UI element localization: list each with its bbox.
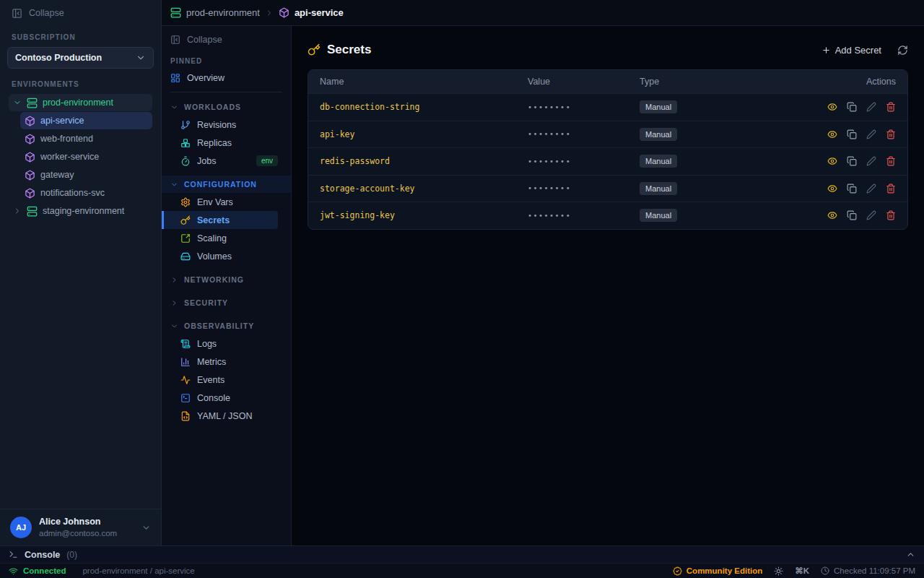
reveal-secret-button[interactable] bbox=[827, 210, 837, 220]
add-secret-label: Add Secret bbox=[835, 45, 881, 56]
chevron-up-icon[interactable] bbox=[906, 550, 915, 559]
nav-items: PINNEDOverviewWORKLOADSRevisionsReplicas… bbox=[162, 51, 291, 425]
terminal-prompt-icon bbox=[9, 550, 18, 559]
secret-type-badge: Manual bbox=[640, 128, 677, 141]
delete-secret-button[interactable] bbox=[886, 102, 896, 112]
nav-item-scaling[interactable]: Scaling bbox=[162, 229, 291, 247]
delete-secret-button[interactable] bbox=[886, 156, 896, 166]
nav-divider bbox=[170, 92, 282, 92]
box-icon bbox=[25, 188, 35, 199]
secret-type-cell: Manual bbox=[640, 182, 814, 195]
nav-section-label: WORKLOADS bbox=[184, 103, 241, 111]
edit-secret-button[interactable] bbox=[866, 156, 876, 166]
nav-item-label: Secrets bbox=[197, 215, 230, 225]
last-checked: Checked 11:09:57 PM bbox=[821, 566, 915, 575]
grid-icon bbox=[170, 73, 180, 83]
tree-item-gateway[interactable]: gateway bbox=[20, 166, 152, 184]
reveal-secret-button[interactable] bbox=[827, 102, 837, 112]
tree-item-prod-environment[interactable]: prod-environment bbox=[9, 94, 152, 111]
user-menu[interactable]: AJ Alice Johnson admin@contoso.com bbox=[0, 509, 161, 545]
nav-section-networking[interactable]: NETWORKING bbox=[162, 271, 291, 288]
delete-secret-button[interactable] bbox=[886, 210, 896, 220]
add-secret-button[interactable]: Add Secret bbox=[821, 45, 881, 56]
breadcrumb-api-service[interactable]: api-service bbox=[279, 7, 344, 18]
tree-item-worker-service[interactable]: worker-service bbox=[20, 148, 152, 165]
copy-secret-button[interactable] bbox=[847, 129, 857, 139]
copy-secret-button[interactable] bbox=[847, 210, 857, 220]
box-icon bbox=[25, 152, 35, 163]
nav-item-label: Overview bbox=[187, 73, 225, 83]
sidebar-collapse-button[interactable]: Collapse bbox=[0, 0, 161, 26]
tree-item-staging-environment[interactable]: staging-environment bbox=[9, 202, 152, 220]
subscription-label: SUBSCRIPTION bbox=[0, 26, 161, 46]
delete-secret-button[interactable] bbox=[886, 184, 896, 194]
nav-section-security[interactable]: SECURITY bbox=[162, 294, 291, 311]
nav-collapse-button[interactable]: Collapse bbox=[162, 32, 291, 48]
secret-type-cell: Manual bbox=[640, 100, 814, 113]
nav-section-configuration[interactable]: CONFIGURATION bbox=[162, 176, 291, 193]
nav-section-workloads[interactable]: WORKLOADS bbox=[162, 98, 291, 116]
tree-item-api-service[interactable]: api-service bbox=[20, 112, 152, 129]
nav-item-yaml-json[interactable]: YAML / JSON bbox=[162, 407, 291, 425]
nav-section-label: OBSERVABILITY bbox=[184, 322, 254, 330]
status-bar: Connected prod-environment / api-service… bbox=[0, 563, 924, 578]
checked-label: Checked 11:09:57 PM bbox=[834, 566, 915, 575]
delete-secret-button[interactable] bbox=[886, 129, 896, 139]
main-content: Secrets Add Secret NameValueTypeActions … bbox=[292, 26, 924, 545]
nav-item-volumes[interactable]: Volumes bbox=[162, 247, 291, 265]
right-bottom: Collapse PINNEDOverviewWORKLOADSRevision… bbox=[162, 26, 924, 545]
secret-actions bbox=[814, 156, 907, 166]
nav-item-overview[interactable]: Overview bbox=[162, 69, 291, 87]
chevron-down-icon bbox=[136, 53, 146, 63]
tree-item-web-frontend[interactable]: web-frontend bbox=[20, 130, 152, 147]
breadcrumb-prod-environment[interactable]: prod-environment bbox=[170, 7, 260, 18]
file-code-icon bbox=[180, 411, 191, 421]
environment-sidebar: Collapse SUBSCRIPTION Contoso Production… bbox=[0, 0, 162, 545]
edit-secret-button[interactable] bbox=[866, 102, 876, 112]
column-header-actions: Actions bbox=[814, 77, 907, 87]
nav-item-events[interactable]: Events bbox=[162, 371, 291, 389]
column-header-type: Type bbox=[640, 77, 814, 87]
chevron-down-icon bbox=[170, 103, 178, 111]
box-icon bbox=[25, 134, 35, 144]
secret-row-jwt-signing-key: jwt-signing-key••••••••Manual bbox=[308, 202, 907, 229]
nav-item-jobs[interactable]: Jobsenv bbox=[162, 152, 291, 170]
chevron-right-icon bbox=[13, 207, 22, 215]
nav-section-observability[interactable]: OBSERVABILITY bbox=[162, 317, 291, 335]
nav-item-env-vars[interactable]: Env Vars bbox=[162, 193, 291, 211]
secret-value: •••••••• bbox=[528, 158, 640, 165]
nav-item-metrics[interactable]: Metrics bbox=[162, 353, 291, 371]
box-icon bbox=[25, 170, 35, 181]
nav-item-replicas[interactable]: Replicas bbox=[162, 134, 291, 152]
tree-item-label: worker-service bbox=[40, 152, 99, 162]
subscription-select[interactable]: Contoso Production bbox=[7, 47, 154, 69]
tree-item-notifications-svc[interactable]: notifications-svc bbox=[20, 184, 152, 202]
edit-secret-button[interactable] bbox=[866, 184, 876, 194]
command-palette-shortcut[interactable]: ⌘K bbox=[795, 566, 809, 576]
copy-secret-button[interactable] bbox=[847, 156, 857, 166]
reveal-secret-button[interactable] bbox=[827, 129, 837, 139]
secret-type-badge: Manual bbox=[640, 182, 677, 195]
page-title: Secrets bbox=[327, 43, 371, 57]
server-icon bbox=[27, 98, 38, 108]
nav-item-console[interactable]: Console bbox=[162, 389, 291, 407]
reveal-secret-button[interactable] bbox=[827, 156, 837, 166]
console-bar[interactable]: Console (0) bbox=[0, 545, 924, 563]
copy-secret-button[interactable] bbox=[847, 184, 857, 194]
nav-item-revisions[interactable]: Revisions bbox=[162, 116, 291, 134]
secret-type-badge: Manual bbox=[640, 155, 677, 168]
status-right: Community Edition ⌘K Checked 11:09:57 PM bbox=[673, 566, 915, 576]
reveal-secret-button[interactable] bbox=[827, 184, 837, 194]
nav-item-label: Scaling bbox=[197, 233, 227, 243]
nav-item-secrets[interactable]: Secrets bbox=[162, 211, 278, 229]
tree-item-label: notifications-svc bbox=[40, 188, 105, 198]
theme-toggle-sun-icon[interactable] bbox=[774, 566, 783, 576]
secret-type-cell: Manual bbox=[640, 128, 814, 141]
nav-section-items: Env VarsSecretsScalingVolumes bbox=[162, 193, 291, 265]
tree-item-label: staging-environment bbox=[43, 206, 124, 216]
refresh-button[interactable] bbox=[897, 45, 908, 56]
edit-secret-button[interactable] bbox=[866, 129, 876, 139]
copy-secret-button[interactable] bbox=[847, 102, 857, 112]
edit-secret-button[interactable] bbox=[866, 210, 876, 220]
nav-item-logs[interactable]: Logs bbox=[162, 335, 291, 353]
